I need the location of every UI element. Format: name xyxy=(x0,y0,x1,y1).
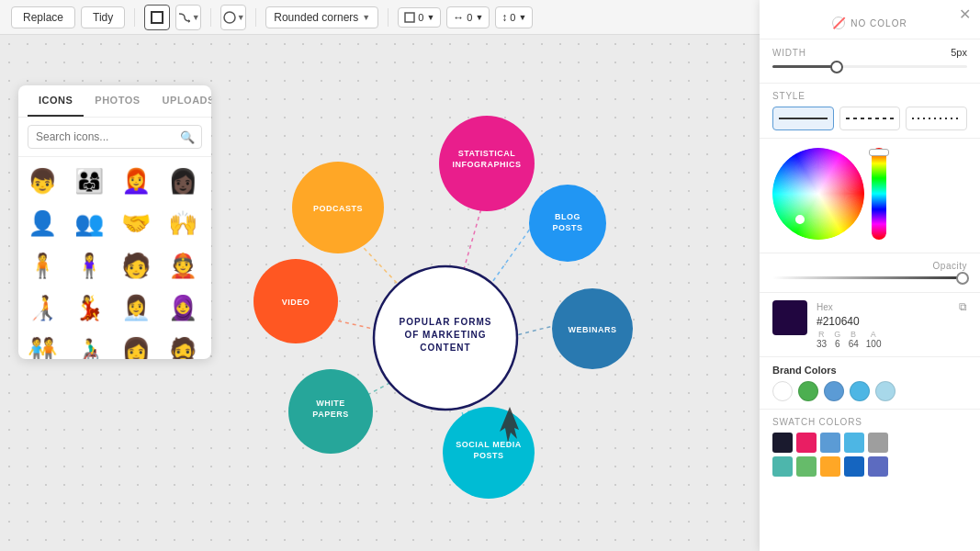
square-icon xyxy=(151,11,163,24)
list-item[interactable]: 🙌 xyxy=(163,203,203,243)
right-panel: ✕ NO COLOR WIDTH 5px STYLE xyxy=(760,0,980,551)
list-item[interactable]: 👲 xyxy=(163,245,203,286)
svg-text:STATISTICAL: STATISTICAL xyxy=(458,149,516,158)
emoji-icon: 👨‍👩‍👧 xyxy=(74,169,104,193)
connector-btn[interactable]: ▼ xyxy=(175,5,201,30)
style-dashed-btn[interactable] xyxy=(839,107,901,130)
swatch-color-item[interactable] xyxy=(868,456,888,477)
color-wheel-section xyxy=(760,139,980,253)
brand-swatch-item[interactable] xyxy=(772,381,793,401)
list-item[interactable]: 👥 xyxy=(69,203,109,243)
tab-icons[interactable]: ICONS xyxy=(28,85,84,117)
list-item[interactable]: 👤 xyxy=(22,203,62,243)
width-slider-track[interactable] xyxy=(772,65,967,68)
brand-swatch-item[interactable] xyxy=(875,381,896,401)
circle-arrow: ▼ xyxy=(237,13,245,22)
list-item[interactable]: 🧔 xyxy=(163,330,203,359)
circle-btn[interactable]: ▼ xyxy=(220,5,246,30)
list-item[interactable]: 🧕 xyxy=(163,287,203,328)
b-value: 64 xyxy=(849,339,859,349)
hex-copy-btn[interactable]: ⧉ xyxy=(959,300,967,313)
tab-uploads[interactable]: UPLOADS xyxy=(152,85,211,117)
replace-button[interactable]: Replace xyxy=(11,6,75,28)
no-color-icon xyxy=(832,17,845,29)
list-item[interactable]: 👨‍👩‍👧 xyxy=(69,161,109,201)
emoji-icon: 🤝 xyxy=(121,211,151,235)
list-item[interactable]: 👩🏿 xyxy=(163,161,203,201)
list-item[interactable]: 👨‍🦽 xyxy=(69,330,109,359)
canvas-area[interactable]: ICONS PHOTOS UPLOADS 🔍 👦👨‍👩‍👧👩‍🦰👩🏿👤👥🤝🙌🧍🧍… xyxy=(0,35,760,551)
list-item[interactable]: 🤝 xyxy=(116,203,156,243)
svg-rect-0 xyxy=(152,12,163,23)
num-btn-2[interactable]: ↔ 0 ▼ xyxy=(446,6,490,28)
swatch-color-item[interactable] xyxy=(844,433,864,453)
list-item[interactable]: 🧑‍🤝‍🧑 xyxy=(22,330,62,359)
brand-swatch-item[interactable] xyxy=(798,381,818,401)
swatch-color-item[interactable] xyxy=(796,456,817,477)
divider1 xyxy=(134,8,135,27)
swatch-color-item[interactable] xyxy=(772,456,793,477)
swatch-row xyxy=(772,433,967,453)
opacity-slider-track[interactable] xyxy=(772,276,967,279)
emoji-icon: 👩‍🦰 xyxy=(121,169,151,193)
brand-section: Brand Colors xyxy=(760,357,980,410)
close-button[interactable]: ✕ xyxy=(959,7,971,22)
num2-arrow: ▼ xyxy=(475,13,483,22)
svg-text:BLOG: BLOG xyxy=(555,212,580,221)
brand-swatch-item[interactable] xyxy=(850,381,870,401)
hex-value: #210640 xyxy=(817,315,967,328)
dotted-line-icon xyxy=(912,118,961,119)
color-preview-swatch[interactable] xyxy=(772,300,807,335)
list-item[interactable]: 💃 xyxy=(69,287,109,328)
num-btn-3[interactable]: ↕ 0 ▼ xyxy=(495,6,533,28)
swatch-color-item[interactable] xyxy=(796,433,817,453)
brand-swatches xyxy=(772,381,967,401)
list-item[interactable]: 👩‍🦰 xyxy=(116,161,156,201)
swatch-color-item[interactable] xyxy=(820,433,840,453)
list-item[interactable]: 👩‍💼 xyxy=(116,287,156,328)
g-value: 6 xyxy=(835,339,840,349)
tidy-button[interactable]: Tidy xyxy=(81,6,125,28)
shape-square-btn[interactable] xyxy=(144,5,170,30)
width-label: WIDTH xyxy=(772,48,806,58)
emoji-icon: 👨‍🦽 xyxy=(74,338,104,359)
width-slider-thumb[interactable] xyxy=(830,61,843,73)
emoji-icon: 👩 xyxy=(121,338,151,359)
svg-text:WEBINARS: WEBINARS xyxy=(569,325,617,334)
list-item[interactable]: 🧍 xyxy=(22,245,62,286)
connector-arrow: ▼ xyxy=(192,13,200,22)
swatch-color-item[interactable] xyxy=(844,456,864,477)
color-wheel[interactable] xyxy=(772,148,864,240)
opacity-label: Opacity xyxy=(933,261,967,271)
no-color-section: NO COLOR xyxy=(760,0,980,39)
r-value: 33 xyxy=(817,339,827,349)
opacity-slider-thumb[interactable] xyxy=(956,272,969,285)
swatch-color-item[interactable] xyxy=(868,433,888,453)
style-dotted-btn[interactable] xyxy=(906,107,967,130)
color-strip[interactable] xyxy=(872,148,886,240)
corners-dropdown[interactable]: Rounded corners ▼ xyxy=(265,6,378,28)
svg-text:CONTENT: CONTENT xyxy=(420,343,470,353)
num-btn-1[interactable]: 0 ▼ xyxy=(398,7,441,28)
list-item[interactable]: 👦 xyxy=(22,161,62,201)
emoji-icon: 🧍‍♀️ xyxy=(74,253,104,277)
style-solid-btn[interactable] xyxy=(772,107,834,130)
r-label: R xyxy=(818,330,825,339)
emoji-icon: 🧍 xyxy=(28,253,57,277)
tab-photos[interactable]: PHOTOS xyxy=(84,85,151,117)
swatch-color-item[interactable] xyxy=(772,433,793,453)
list-item[interactable]: 🧑 xyxy=(116,245,156,286)
svg-rect-3 xyxy=(405,13,414,22)
list-item[interactable]: 🧑‍🦯 xyxy=(22,287,62,328)
style-buttons xyxy=(772,107,967,130)
emoji-icon: 🧑 xyxy=(121,253,151,277)
search-input[interactable] xyxy=(28,125,202,149)
swatch-color-item[interactable] xyxy=(820,456,840,477)
list-item[interactable]: 🧍‍♀️ xyxy=(69,245,109,286)
brand-swatch-item[interactable] xyxy=(824,381,844,401)
emoji-icon: 🧕 xyxy=(168,296,197,320)
search-icon: 🔍 xyxy=(180,130,195,144)
brand-label: Brand Colors xyxy=(772,365,967,376)
list-item[interactable]: 👩 xyxy=(116,330,156,359)
svg-text:PAPERS: PAPERS xyxy=(312,410,348,419)
